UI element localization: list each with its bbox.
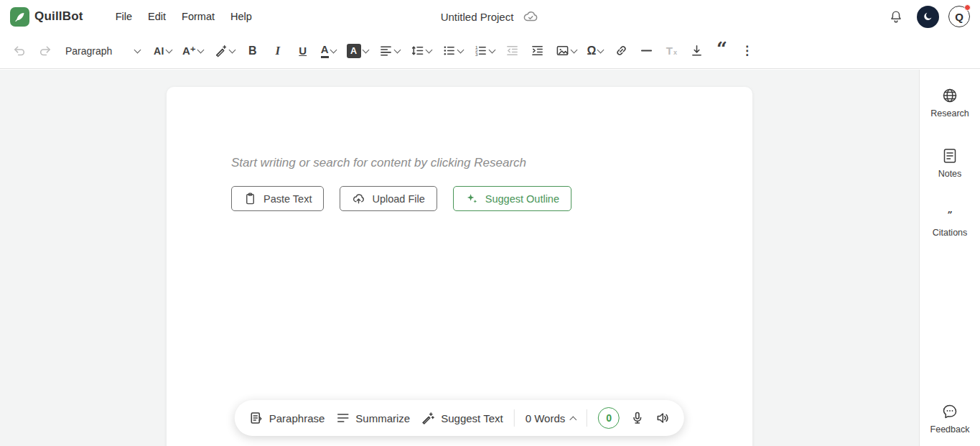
editor-placeholder[interactable]: Start writing or search for content by c…	[231, 156, 688, 170]
paragraph-style-label: Paragraph	[65, 45, 112, 57]
menu-help[interactable]: Help	[223, 6, 260, 27]
highlight-color-dropdown[interactable]: A	[343, 39, 372, 63]
quillbot-logo-icon	[10, 7, 29, 27]
undo-button[interactable]	[9, 39, 30, 63]
blockquote-icon: “	[717, 45, 727, 57]
insert-image-dropdown[interactable]	[552, 39, 580, 63]
chevron-down-icon	[197, 46, 204, 53]
microphone-icon	[630, 411, 645, 425]
upload-file-button[interactable]: Upload File	[340, 186, 437, 211]
indent-button[interactable]	[527, 39, 549, 63]
indent-icon	[531, 44, 544, 57]
more-options-button[interactable]: ⋮	[736, 39, 757, 63]
bold-button[interactable]: B	[242, 39, 263, 63]
suggest-outline-button[interactable]: Suggest Outline	[453, 186, 571, 211]
numbered-list-dropdown[interactable]: 123	[470, 39, 498, 63]
formatting-toolbar: Paragraph AI A⁺ B I U A A	[0, 33, 980, 69]
chevron-down-icon	[570, 46, 577, 53]
moon-icon	[923, 11, 934, 22]
divider	[587, 409, 587, 427]
download-button[interactable]	[686, 39, 707, 63]
summarize-label: Summarize	[355, 412, 410, 424]
chevron-up-icon	[570, 416, 577, 423]
menu-edit[interactable]: Edit	[140, 6, 174, 27]
paraphrase-label: Paraphrase	[269, 412, 325, 424]
flow-score-button[interactable]: 0	[598, 407, 620, 429]
rewrite-wand-icon	[214, 44, 228, 57]
bullet-list-dropdown[interactable]	[439, 39, 467, 63]
notification-badge	[964, 4, 971, 11]
line-spacing-dropdown[interactable]	[407, 39, 435, 63]
sidebar-item-label: Notes	[938, 169, 962, 179]
suggest-text-label: Suggest Text	[441, 412, 503, 424]
sidebar-item-citations[interactable]: ” Citations	[933, 208, 968, 238]
download-icon	[690, 44, 704, 57]
paraphrase-button[interactable]: Paraphrase	[249, 411, 325, 425]
clipboard-icon	[243, 192, 257, 205]
chevron-down-icon	[597, 46, 605, 53]
image-icon	[556, 44, 569, 57]
sidebar-item-feedback[interactable]: Feedback	[930, 403, 970, 435]
paste-text-button[interactable]: Paste Text	[231, 186, 324, 211]
chevron-down-icon	[457, 46, 464, 53]
blockquote-button[interactable]: “	[711, 39, 732, 63]
text-style-dropdown[interactable]: A⁺	[179, 39, 207, 63]
chevron-down-icon	[488, 46, 495, 53]
notifications-button[interactable]	[885, 5, 907, 28]
text-style-icon: A⁺	[182, 45, 196, 57]
menu-file[interactable]: File	[108, 6, 140, 27]
special-characters-dropdown[interactable]: Ω	[584, 39, 607, 63]
read-aloud-button[interactable]	[655, 411, 670, 425]
cloud-upload-icon	[352, 192, 365, 205]
paragraph-style-dropdown[interactable]: Paragraph	[59, 39, 146, 63]
underline-button[interactable]: U	[292, 39, 314, 63]
redo-button[interactable]	[34, 39, 55, 63]
summarize-button[interactable]: Summarize	[335, 411, 410, 425]
insert-link-button[interactable]	[610, 39, 632, 63]
sidebar-item-research[interactable]: Research	[930, 87, 969, 119]
text-color-dropdown[interactable]: A	[317, 39, 340, 63]
font-size-dropdown[interactable]: AI	[150, 39, 175, 63]
text-color-icon: A	[321, 44, 329, 58]
avatar-letter: Q	[955, 11, 963, 23]
top-right-actions: Q	[885, 5, 970, 28]
menu-format[interactable]: Format	[174, 6, 223, 27]
account-avatar[interactable]: Q	[948, 6, 970, 27]
outdent-button[interactable]	[502, 39, 523, 63]
horizontal-rule-icon	[640, 44, 653, 57]
word-count-button[interactable]: 0 Words	[526, 412, 577, 424]
project-title[interactable]: Untitled Project	[441, 11, 514, 23]
document-page[interactable]: Start writing or search for content by c…	[167, 87, 752, 446]
feedback-bubble-icon	[941, 403, 958, 420]
chevron-down-icon	[134, 46, 141, 53]
font-size-icon: AI	[154, 45, 164, 57]
sidebar-item-notes[interactable]: Notes	[938, 147, 962, 179]
sparkle-icon	[465, 192, 479, 205]
speaker-icon	[655, 411, 670, 425]
flow-score-value: 0	[606, 412, 612, 424]
suggest-outline-label: Suggest Outline	[485, 193, 559, 205]
dark-mode-toggle[interactable]	[917, 6, 939, 28]
bullet-list-icon	[442, 44, 456, 57]
align-dropdown[interactable]	[375, 39, 403, 63]
paste-text-label: Paste Text	[263, 193, 312, 205]
dictate-button[interactable]	[630, 411, 645, 425]
citations-quote-icon: ”	[947, 208, 952, 223]
horizontal-rule-button[interactable]	[635, 39, 657, 63]
sidebar-item-label: Feedback	[930, 424, 970, 435]
summarize-icon	[335, 411, 350, 425]
menu-bar: File Edit Format Help	[108, 6, 260, 27]
highlight-icon: A	[347, 44, 361, 58]
quillbot-logo[interactable]: QuillBot	[10, 7, 83, 27]
omega-icon: Ω	[587, 45, 597, 57]
paraphrase-icon	[249, 411, 263, 425]
bell-icon	[888, 9, 904, 24]
divider	[514, 409, 515, 427]
suggest-text-button[interactable]: Suggest Text	[421, 411, 503, 425]
more-vertical-icon: ⋮	[741, 43, 753, 58]
top-bar: QuillBot File Edit Format Help Untitled …	[0, 0, 980, 33]
italic-button[interactable]: I	[267, 39, 289, 63]
clear-formatting-button[interactable]: Tx	[661, 39, 682, 63]
chevron-down-icon	[425, 46, 432, 53]
rewrite-dropdown[interactable]	[210, 39, 238, 63]
